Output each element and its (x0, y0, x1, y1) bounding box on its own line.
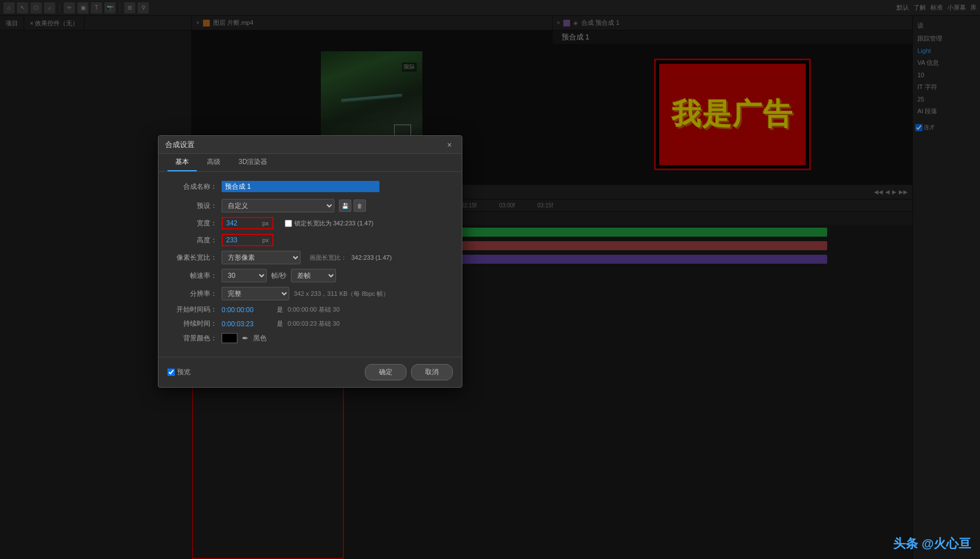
preset-delete-icon[interactable]: 🗑 (354, 199, 366, 212)
bg-eyedropper[interactable]: ✒ (242, 334, 249, 343)
duration-value[interactable]: 0:00:03:23 (222, 320, 272, 328)
fps-suffix: 帧/秒 (271, 271, 286, 281)
bg-name: 黑色 (253, 334, 267, 343)
comp-name-input[interactable] (222, 181, 379, 192)
bg-label: 背景颜色： (172, 334, 217, 343)
width-unit: px (262, 220, 269, 227)
start-tc-label: 开始时间码： (172, 305, 217, 314)
res-label: 分辨率： (172, 289, 217, 299)
height-value[interactable]: 233 (226, 236, 260, 244)
dialog-tab-advanced[interactable]: 高级 (199, 154, 228, 171)
width-highlight: 342 px (222, 217, 273, 229)
fps-row: 帧速率： 30 帧/秒 差帧 (172, 269, 448, 282)
preset-label: 预设： (172, 201, 217, 211)
res-info: 342 x 233，311 KB（每 8bpc 帧） (294, 290, 389, 298)
dialog-composition-settings: 合成设置 × 基本 高级 3D渲染器 合成名称： 预设： 自定义 💾 (158, 135, 462, 388)
fps-select[interactable]: 30 (222, 269, 267, 282)
duration-row: 持续时间： 0:00:03:23 是 0:00:03:23 基础 30 (172, 319, 448, 329)
dialog-buttons: 确定 取消 (365, 364, 453, 380)
height-label: 高度： (172, 236, 217, 245)
bg-swatch[interactable] (222, 333, 237, 343)
dialog-tab-3d[interactable]: 3D渲染器 (231, 154, 275, 171)
dialog-footer: 预览 确定 取消 (158, 357, 462, 387)
width-label: 宽度： (172, 219, 217, 228)
comp-name-row: 合成名称： (172, 181, 448, 192)
preview-checkbox[interactable] (167, 369, 175, 376)
lock-ratio-label: 锁定长宽比为 342:233 (1.47) (294, 219, 374, 228)
dialog-overlay: 合成设置 × 基本 高级 3D渲染器 合成名称： 预设： 自定义 💾 (0, 0, 980, 559)
duration-label: 持续时间： (172, 319, 217, 329)
dialog-tabs: 基本 高级 3D渲染器 (158, 154, 462, 172)
preview-check-row: 预览 (167, 367, 191, 377)
preset-select[interactable]: 自定义 (222, 199, 334, 212)
ok-button[interactable]: 确定 (365, 364, 407, 380)
dialog-title: 合成设置 (165, 140, 195, 150)
lock-ratio-checkbox[interactable] (285, 220, 292, 227)
dialog-title-bar: 合成设置 × (158, 136, 462, 154)
watermark: 头条 @火心亘 (893, 535, 971, 552)
width-row: 宽度： 342 px 锁定长宽比为 342:233 (1.47) (172, 217, 448, 229)
frame-ar-value: 342:233 (1.47) (351, 254, 392, 261)
bg-row: 背景颜色： ✒ 黑色 (172, 333, 448, 343)
cancel-button[interactable]: 取消 (411, 364, 453, 380)
height-highlight: 233 px (222, 234, 273, 246)
preset-row: 预设： 自定义 💾 🗑 (172, 199, 448, 212)
width-value[interactable]: 342 (226, 219, 260, 227)
frame-ar-label: 画面长宽比： (310, 254, 347, 262)
comp-name-label: 合成名称： (172, 182, 217, 192)
watermark-text1: 头条 (893, 536, 921, 551)
duration-is: 是 (277, 320, 283, 328)
preset-icons: 💾 🗑 (339, 199, 366, 212)
fps-quality[interactable]: 差帧 (291, 269, 336, 282)
pixel-ar-select[interactable]: 方形像素 (222, 251, 301, 264)
watermark-text2: @火心亘 (922, 536, 971, 551)
duration-base: 0:00:03:23 基础 30 (288, 320, 339, 328)
height-unit: px (262, 237, 269, 243)
pixel-ar-row: 像素长宽比： 方形像素 画面长宽比： 342:233 (1.47) (172, 251, 448, 264)
res-select[interactable]: 完整 (222, 287, 289, 300)
preset-save-icon[interactable]: 💾 (339, 199, 351, 212)
dialog-body: 合成名称： 预设： 自定义 💾 🗑 宽度： 342 px (158, 172, 462, 357)
height-row: 高度： 233 px (172, 234, 448, 246)
lock-ratio-checkbox-row: 锁定长宽比为 342:233 (1.47) (285, 219, 374, 228)
pixel-ar-control: 方形像素 画面长宽比： 342:233 (1.47) (222, 251, 392, 264)
dialog-close-button[interactable]: × (444, 139, 455, 150)
preview-label: 预览 (177, 367, 191, 377)
dialog-tab-basic[interactable]: 基本 (167, 154, 197, 171)
res-row: 分辨率： 完整 342 x 233，311 KB（每 8bpc 帧） (172, 287, 448, 300)
start-tc-base: 0:00:00:00 基础 30 (288, 305, 339, 314)
pixel-ar-label: 像素长宽比： (172, 253, 217, 263)
fps-label: 帧速率： (172, 271, 217, 281)
start-tc-value[interactable]: 0:00:00:00 (222, 306, 272, 314)
start-tc-row: 开始时间码： 0:00:00:00 是 0:00:00:00 基础 30 (172, 305, 448, 314)
start-tc-is: 是 (277, 305, 283, 314)
